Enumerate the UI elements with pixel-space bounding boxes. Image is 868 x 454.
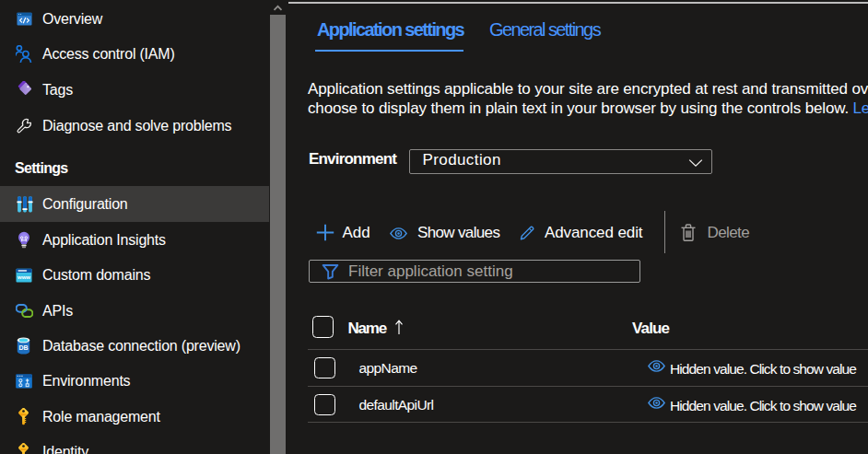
- svg-text:DB: DB: [18, 344, 28, 351]
- svg-text:www: www: [17, 274, 30, 280]
